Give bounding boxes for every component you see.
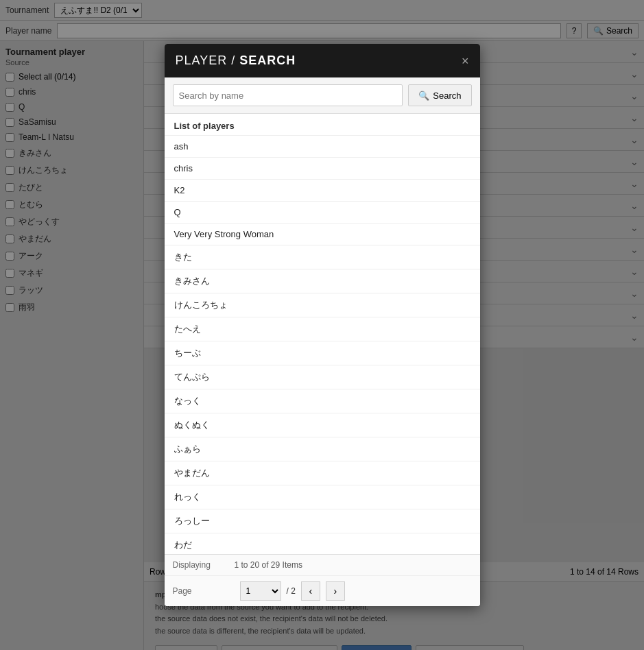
modal-overlay: PLAYER / SEARCH × 🔍 Search List of playe… xyxy=(0,0,644,650)
modal-player-list: ashchrisK2QVery Very Strong Womanきたきみさんけ… xyxy=(165,136,480,554)
list-item[interactable]: Very Very Strong Woman xyxy=(165,224,480,245)
modal-search-bar: 🔍 Search xyxy=(165,77,480,114)
modal-search-input[interactable] xyxy=(173,84,403,106)
list-item[interactable]: ash xyxy=(165,136,480,158)
displaying-value: 1 to 20 of 29 Items xyxy=(235,560,302,570)
list-item[interactable]: やまだん xyxy=(165,461,480,485)
list-header: List of players xyxy=(165,114,480,136)
list-item[interactable]: わだ xyxy=(165,533,480,554)
page-select[interactable]: 1 xyxy=(240,581,281,601)
modal-search-button[interactable]: 🔍 Search xyxy=(408,84,471,106)
page-prev-button[interactable]: ‹ xyxy=(301,581,320,601)
list-item[interactable]: K2 xyxy=(165,180,480,202)
modal-search-icon: 🔍 xyxy=(418,91,429,101)
list-item[interactable]: てんぷら xyxy=(165,365,480,389)
page-label: Page xyxy=(173,586,235,596)
list-item[interactable]: ぬくぬく xyxy=(165,413,480,437)
modal-header: PLAYER / SEARCH × xyxy=(165,44,480,77)
player-search-modal: PLAYER / SEARCH × 🔍 Search List of playe… xyxy=(165,44,480,606)
list-item[interactable]: きた xyxy=(165,245,480,269)
list-item[interactable]: chris xyxy=(165,158,480,180)
page-next-button[interactable]: › xyxy=(326,581,345,601)
list-item[interactable]: Q xyxy=(165,202,480,224)
list-item[interactable]: なっく xyxy=(165,389,480,413)
list-item[interactable]: ちーぶ xyxy=(165,341,480,365)
modal-body: List of players ashchrisK2QVery Very Str… xyxy=(165,114,480,554)
list-item[interactable]: れっく xyxy=(165,485,480,509)
list-item[interactable]: けんころちょ xyxy=(165,293,480,317)
displaying-label: Displaying xyxy=(173,560,235,570)
list-item[interactable]: ろっしー xyxy=(165,509,480,533)
list-item[interactable]: たへえ xyxy=(165,317,480,341)
modal-title: PLAYER / SEARCH xyxy=(176,53,296,68)
list-item[interactable]: ふぁら xyxy=(165,437,480,461)
footer-page-row: Page 1 / 2 ‹ › xyxy=(165,576,480,606)
modal-close-button[interactable]: × xyxy=(462,55,469,67)
page-total: / 2 xyxy=(287,586,296,596)
list-item[interactable]: きみさん xyxy=(165,269,480,293)
footer-displaying-row: Displaying 1 to 20 of 29 Items xyxy=(165,555,480,576)
modal-footer: Displaying 1 to 20 of 29 Items Page 1 / … xyxy=(165,554,480,606)
